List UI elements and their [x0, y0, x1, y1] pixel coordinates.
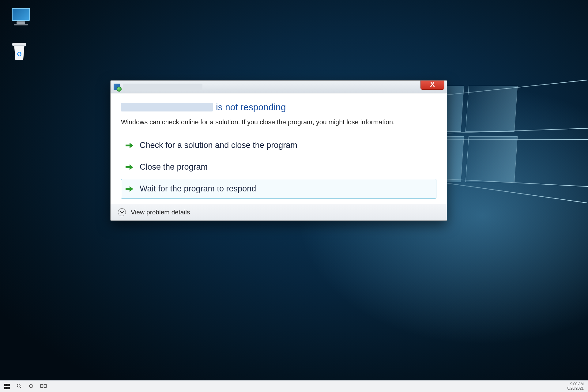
svg-point-2	[29, 384, 33, 387]
dialog-title-redacted	[123, 84, 202, 90]
system-tray-clock[interactable]: 9:00 AM 8/20/2021	[567, 382, 588, 390]
not-responding-dialog: X is not responding Windows can check on…	[110, 80, 447, 221]
svg-rect-3	[41, 384, 43, 387]
desktop-background: ♻ X is not responding Windows can check …	[0, 0, 588, 392]
app-icon	[114, 84, 120, 90]
svg-line-1	[20, 386, 21, 388]
clock-date: 8/20/2021	[567, 386, 584, 390]
taskbar[interactable]: 9:00 AM 8/20/2021	[0, 380, 588, 392]
chevron-down-icon	[118, 208, 126, 216]
cortana-icon[interactable]	[28, 383, 34, 390]
start-button[interactable]	[4, 384, 10, 389]
view-problem-details[interactable]: View problem details	[111, 204, 447, 221]
dialog-heading: is not responding	[121, 102, 436, 112]
option-check-solution[interactable]: Check for a solution and close the progr…	[121, 135, 436, 155]
task-view-icon[interactable]	[40, 383, 47, 389]
arrow-right-icon	[126, 185, 134, 193]
option-label: Check for a solution and close the progr…	[140, 141, 297, 150]
recycle-bin-icon: ♻	[12, 42, 27, 61]
dialog-options: Check for a solution and close the progr…	[121, 135, 436, 204]
dialog-titlebar[interactable]: X	[111, 81, 447, 93]
arrow-right-icon	[126, 141, 134, 149]
dialog-body: is not responding Windows can check onli…	[111, 93, 447, 204]
svg-point-0	[17, 384, 20, 387]
dialog-description: Windows can check online for a solution.…	[121, 118, 409, 127]
svg-rect-4	[44, 384, 47, 387]
monitor-icon	[12, 8, 30, 21]
option-close-program[interactable]: Close the program	[121, 157, 436, 177]
close-icon: X	[430, 81, 435, 89]
details-label: View problem details	[131, 209, 190, 216]
heading-suffix: is not responding	[216, 102, 286, 112]
desktop-icon-this-pc[interactable]	[12, 8, 30, 25]
program-name-redacted	[121, 103, 213, 111]
option-label: Wait for the program to respond	[140, 184, 256, 194]
arrow-right-icon	[126, 163, 134, 171]
option-wait[interactable]: Wait for the program to respond	[121, 179, 436, 199]
search-icon[interactable]	[17, 383, 22, 390]
clock-time: 9:00 AM	[567, 382, 584, 386]
close-button[interactable]: X	[420, 80, 444, 90]
option-label: Close the program	[140, 162, 208, 172]
desktop-icon-recycle-bin[interactable]: ♻	[12, 42, 27, 61]
